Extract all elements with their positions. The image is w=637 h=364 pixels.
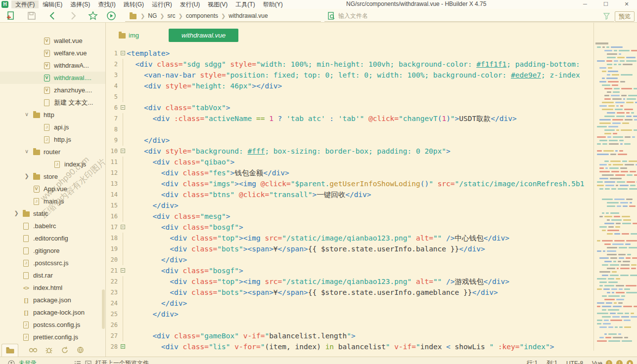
forward-button[interactable] [68,11,78,21]
save-button[interactable] [27,11,37,21]
breadcrumb-segment-components[interactable]: components [185,12,219,19]
tree-item-api-js[interactable]: Japi.js [0,121,105,133]
tree-item-main-js[interactable]: Jmain.js [0,195,105,207]
chevron-right-icon[interactable]: ❯ [13,210,20,216]
minimap[interactable] [593,23,637,351]
menu-item-8[interactable]: 视图(V) [204,0,231,8]
code-line-6[interactable]: 6− <div class="tabVox"> [106,102,593,113]
tree-item--babelrc[interactable]: .babelrc [0,220,105,232]
preview-window-icon[interactable] [85,361,91,364]
code-line-3[interactable]: 3 <van-nav-bar style="position: fixed; t… [106,70,593,81]
filter-funnel-icon[interactable] [603,12,610,20]
code-line-14[interactable]: 14 <div class="btns" @click="transall">一… [106,189,593,200]
tree-item-App-vue[interactable]: VApp.vue [0,183,105,195]
code-line-19[interactable]: 19 <div class="bots"><span>¥</span>{{ $s… [106,243,593,254]
encoding[interactable]: UTF-8 [566,360,583,364]
close-button[interactable]: ✕ [616,0,637,8]
menu-item-2[interactable]: 编辑(E) [39,0,66,8]
code-line-16[interactable]: 16 <div class="mesg"> [106,211,593,222]
tab-withdrawal-vue[interactable]: withdrawal.vue [169,29,238,42]
notification-icon-1[interactable]: ! [606,360,612,364]
preview-button[interactable]: 预览 [615,11,635,22]
code-line-13[interactable]: 13 <div class="imgs"><img @click="$paren… [106,178,593,189]
code-line-7[interactable]: 7 <div :class="activeName == 1 ? 'tab at… [106,113,593,124]
favorite-star-button[interactable] [88,11,98,21]
fold-toggle-icon[interactable]: − [119,341,127,351]
tree-item-welfare-vue[interactable]: Vwelfare.vue [0,47,105,59]
tree-item--[interactable]: 新建 文本文... [0,96,105,109]
code-line-25[interactable]: 25 </div> [106,309,593,320]
code-line-11[interactable]: 11 <div class="qibao"> [106,157,593,167]
tree-item--editorconfig[interactable]: .editorconfig [0,232,105,244]
tree-item-index-js[interactable]: Jindex.js [0,158,105,170]
code-line-27[interactable]: 27 <div class="gameBox" v-if="balancelis… [106,330,593,341]
tree-item-router[interactable]: ∨router [0,146,105,158]
fold-toggle-icon[interactable]: − [119,146,127,157]
search-input[interactable] [338,12,603,19]
tree-item-postcss-config-js[interactable]: Jpostcss.config.js [0,319,105,331]
tree-item-store[interactable]: ❯store [0,170,105,183]
code-line-26[interactable]: 26 [106,320,593,330]
tree-item-index-html[interactable]: <>index.html [0,282,105,294]
editor-pane[interactable]: img withdrawal.vue 1−<template>2 <div cl… [106,23,637,357]
menu-item-9[interactable]: 工具(T) [231,0,259,8]
tree-item-http-js[interactable]: Jhttp.js [0,133,105,146]
tree-item-withdrawal-[interactable]: Vwithdrawal.... [0,72,105,84]
tree-item-package-lock-json[interactable]: [ ]package-lock.json [0,306,105,319]
open-previous-preview-label[interactable]: 打开上一个预览文件 [95,359,149,364]
code-line-8[interactable]: 8 [106,124,593,135]
menu-item-5[interactable]: 跳转(G) [120,0,148,8]
code-line-5[interactable]: 5 [106,91,593,102]
code-line-23[interactable]: 23 <div class="bots"><span>¥</span>{{ $s… [106,287,593,298]
menu-item-10[interactable]: 帮助(Y) [259,0,287,8]
tree-item-wallet-vue[interactable]: Vwallet.vue [0,35,105,47]
code-line-15[interactable]: 15 </div> [106,200,593,211]
menu-item-1[interactable]: 文件(F) [11,0,39,8]
code-line-4[interactable]: 4 <div style="height: 46px"></div> [106,81,593,91]
chevron-down-icon[interactable]: ∨ [23,111,30,118]
code-line-9[interactable]: 9 </div> [106,135,593,146]
breadcrumb-segment-src[interactable]: src [166,12,176,19]
back-button[interactable] [47,11,57,21]
code-line-28[interactable]: 28− <div class="lis" v-for="(item, index… [106,341,593,351]
code-line-17[interactable]: 17− <div class="bosgf"> [106,222,593,233]
debug-panel-icon[interactable] [41,345,57,356]
tree-item--gitignore[interactable]: .gitignore [0,244,105,257]
tree-item-static[interactable]: ❯static [0,207,105,220]
code-line-10[interactable]: 10− <div style="background: #fff; box-si… [106,146,593,157]
chevron-right-icon[interactable]: ❯ [23,173,30,179]
fold-toggle-icon[interactable]: − [119,102,127,113]
code-line-22[interactable]: 22 <div class="top"><img src="/static/im… [106,276,593,287]
menu-item-4[interactable]: 查找(I) [94,0,119,8]
run-button[interactable] [106,11,116,21]
outline-icon[interactable] [74,361,81,364]
fold-toggle-icon[interactable]: − [119,265,127,276]
menu-item-7[interactable]: 发行(U) [176,0,204,8]
menu-item-3[interactable]: 选择(S) [66,0,94,8]
code-line-21[interactable]: 21− <div class="bosgf"> [106,265,593,276]
code-line-20[interactable]: 20 </div> [106,254,593,265]
tree-item-zhanzhuye-[interactable]: Vzhanzhuye.... [0,84,105,96]
minimize-button[interactable]: ─ [575,0,595,8]
code-line-1[interactable]: 1−<template> [106,48,593,59]
tab-img[interactable]: img [119,32,139,39]
tree-item-package-json[interactable]: [ ]package.json [0,294,105,306]
search-panel-icon[interactable] [25,345,41,356]
sidebar-scrollbar[interactable] [102,289,105,329]
code-area[interactable]: 1−<template>2 <div class="sdg sdgg" styl… [106,48,593,351]
login-status[interactable]: 未登录 [19,359,37,364]
tree-item-prettier-config-js[interactable]: Jprettier.config.js [0,331,105,343]
fold-toggle-icon[interactable]: − [119,222,127,233]
tree-item-dist-rar[interactable]: dist.rar [0,269,105,282]
tree-item--postcssrc-js[interactable]: J.postcssrc.js [0,257,105,269]
maximize-button[interactable]: ☐ [595,0,616,8]
code-line-2[interactable]: 2 <div class="sdg sdgg" style="width: 10… [106,59,593,70]
breadcrumb-segment-NG[interactable]: NG [147,12,158,19]
web-panel-icon[interactable] [73,345,89,356]
notification-icon-2[interactable]: ! [616,360,623,364]
code-line-24[interactable]: 24 </div> [106,298,593,309]
code-line-12[interactable]: 12 <div class="fes">钱包金额</div> [106,167,593,178]
language-mode[interactable]: Vue [592,360,602,364]
breadcrumb-segment-withdrawal-vue[interactable]: withdrawal.vue [228,12,269,19]
tree-item-http[interactable]: ∨http [0,109,105,121]
